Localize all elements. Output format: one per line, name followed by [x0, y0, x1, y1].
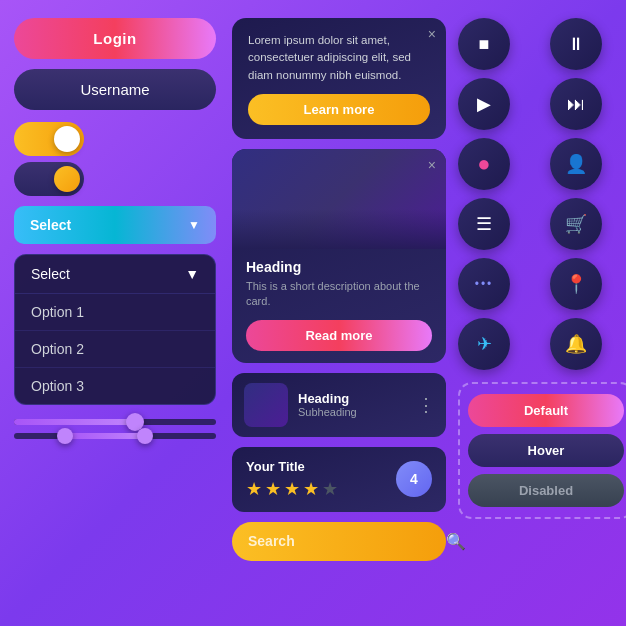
list-item-heading: Heading — [298, 391, 407, 406]
dropdown-option-2[interactable]: Option 2 — [15, 331, 215, 368]
media-controls-grid: ■ ⏸ ▶ ⏭ ● 👤 ☰ 🛒 ••• — [458, 18, 626, 370]
select-simple[interactable]: Select ▼ — [14, 206, 216, 244]
dropdown-option-3[interactable]: Option 3 — [15, 368, 215, 404]
rating-badge: 4 — [396, 461, 432, 497]
search-bar: 🔍 — [232, 522, 446, 561]
fast-forward-button[interactable]: ⏭ — [550, 78, 602, 130]
fast-forward-icon: ⏭ — [567, 94, 585, 115]
rating-info: Your Title ★ ★ ★ ★ ★ — [246, 459, 338, 500]
range-slider[interactable] — [14, 433, 216, 439]
menu-button[interactable]: ☰ — [458, 198, 510, 250]
single-slider[interactable] — [14, 419, 216, 425]
star-1[interactable]: ★ — [246, 478, 262, 500]
user-icon: 👤 — [565, 153, 587, 175]
notification-card: × Lorem ipsum dolor sit amet, consectetu… — [232, 18, 446, 139]
play-icon: ▶ — [477, 93, 491, 115]
middle-column: × Lorem ipsum dolor sit amet, consectetu… — [224, 18, 454, 608]
right-column: ■ ⏸ ▶ ⏭ ● 👤 ☰ 🛒 ••• — [454, 18, 626, 608]
cart-button[interactable]: 🛒 — [550, 198, 602, 250]
login-button[interactable]: Login — [14, 18, 216, 59]
pause-button[interactable]: ⏸ — [550, 18, 602, 70]
menu-icon: ☰ — [476, 213, 492, 235]
star-5-empty[interactable]: ★ — [322, 478, 338, 500]
notification-text: Lorem ipsum dolor sit amet, consectetuer… — [248, 34, 411, 81]
bell-button[interactable]: 🔔 — [550, 318, 602, 370]
more-options-button[interactable]: ⋮ — [417, 394, 434, 416]
chevron-down-icon: ▼ — [188, 218, 200, 232]
rating-title: Your Title — [246, 459, 338, 474]
read-more-button[interactable]: Read more — [246, 320, 432, 351]
toggle-group — [14, 122, 216, 196]
list-item-card: Heading Subheading ⋮ — [232, 373, 446, 437]
toggle-knob-off — [54, 166, 80, 192]
star-rating[interactable]: ★ ★ ★ ★ ★ — [246, 478, 338, 500]
disabled-button: Disabled — [468, 474, 624, 507]
rating-card: Your Title ★ ★ ★ ★ ★ 4 — [232, 447, 446, 512]
send-button[interactable]: ✈ — [458, 318, 510, 370]
star-4[interactable]: ★ — [303, 478, 319, 500]
toggle-knob-on — [54, 126, 80, 152]
send-icon: ✈ — [477, 333, 492, 355]
stop-icon: ■ — [479, 34, 490, 55]
product-card-heading: Heading — [246, 259, 432, 275]
select-label: Select — [30, 217, 71, 233]
search-input[interactable] — [248, 533, 436, 549]
pause-icon: ⏸ — [567, 34, 585, 55]
learn-more-button[interactable]: Learn more — [248, 94, 430, 125]
location-icon: 📍 — [565, 273, 587, 295]
toggle-on[interactable] — [14, 122, 84, 156]
record-button[interactable]: ● — [458, 138, 510, 190]
product-card-close-button[interactable]: × — [428, 157, 436, 173]
dots-icon: ••• — [475, 277, 494, 291]
range-fill — [65, 433, 146, 439]
bell-icon: 🔔 — [565, 333, 587, 355]
product-card: × Heading This is a short description ab… — [232, 149, 446, 363]
user-button[interactable]: 👤 — [550, 138, 602, 190]
record-icon: ● — [477, 151, 490, 177]
dropdown-box: Select ▼ Option 1 Option 2 Option 3 — [14, 254, 216, 405]
notification-close-button[interactable]: × — [428, 26, 436, 42]
range-thumb-right[interactable] — [137, 428, 153, 444]
list-item-text: Heading Subheading — [298, 391, 407, 418]
dropdown-option-1[interactable]: Option 1 — [15, 294, 215, 331]
chevron-down-icon: ▼ — [185, 266, 199, 282]
toggle-off[interactable] — [14, 162, 84, 196]
range-thumb-left[interactable] — [57, 428, 73, 444]
dropdown-placeholder: Select — [31, 266, 70, 282]
cart-icon: 🛒 — [565, 213, 587, 235]
play-button[interactable]: ▶ — [458, 78, 510, 130]
dots-button[interactable]: ••• — [458, 258, 510, 310]
username-button[interactable]: Username — [14, 69, 216, 110]
star-3[interactable]: ★ — [284, 478, 300, 500]
product-card-image — [232, 149, 446, 249]
location-button[interactable]: 📍 — [550, 258, 602, 310]
list-item-subheading: Subheading — [298, 406, 407, 418]
hover-button[interactable]: Hover — [468, 434, 624, 467]
product-card-body: Heading This is a short description abou… — [232, 249, 446, 363]
state-buttons-box: Default Hover Disabled — [458, 382, 626, 519]
left-column: Login Username Select ▼ Select ▼ Option … — [14, 18, 224, 608]
slider-fill — [14, 419, 135, 425]
default-button[interactable]: Default — [468, 394, 624, 427]
list-item-thumbnail — [244, 383, 288, 427]
slider-group — [14, 419, 216, 439]
dropdown-header[interactable]: Select ▼ — [15, 255, 215, 294]
product-card-description: This is a short description about the ca… — [246, 279, 432, 310]
star-2[interactable]: ★ — [265, 478, 281, 500]
stop-button[interactable]: ■ — [458, 18, 510, 70]
